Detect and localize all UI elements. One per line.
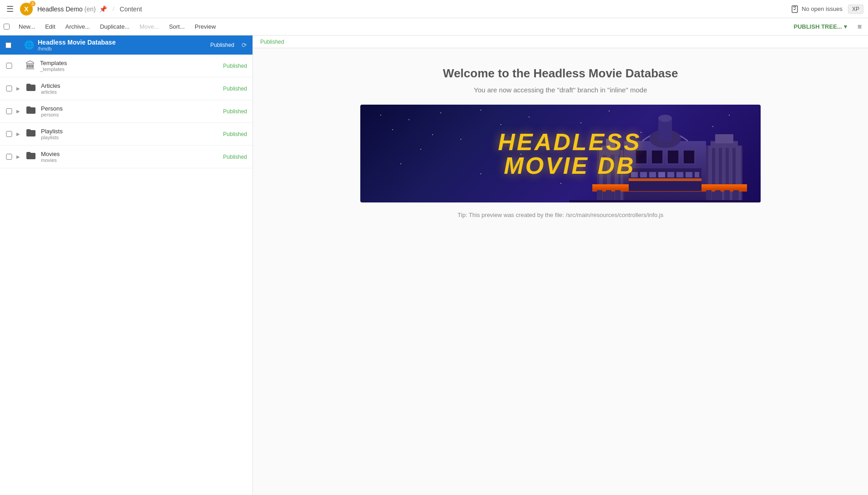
persons-title: Persons	[41, 105, 223, 112]
move-button: Move...	[135, 20, 164, 33]
toolbar-right: PUBLISH TREE... ▾ ≡	[788, 20, 864, 34]
svg-rect-2	[794, 5, 796, 7]
playlists-title: Playlists	[41, 128, 223, 135]
new-button[interactable]: New...	[14, 20, 40, 33]
svg-point-6	[658, 115, 672, 122]
persons-status: Published	[223, 108, 247, 115]
duplicate-button[interactable]: Duplicate...	[96, 20, 134, 33]
sidebar-item-templates[interactable]: 🏛 Templates _templates Published	[0, 55, 252, 77]
playlists-expand[interactable]: ▶	[16, 131, 24, 136]
svg-rect-36	[686, 172, 692, 177]
svg-rect-28	[683, 150, 695, 164]
playlists-info: Playlists playlists	[41, 128, 223, 140]
root-checkbox[interactable]	[5, 42, 11, 48]
persons-info: Persons persons	[41, 105, 223, 117]
templates-checkbox[interactable]	[5, 63, 13, 69]
nav-right: No open issues XP	[791, 5, 863, 14]
welcome-subtitle: You are now accessing the "draft" branch…	[474, 86, 647, 94]
playlists-folder-icon	[25, 127, 36, 141]
hero-title-line2: MOVIE DB	[498, 154, 641, 177]
sidebar: 🌐 Headless Movie Database /hmdb Publishe…	[0, 35, 253, 495]
persons-expand[interactable]: ▶	[16, 109, 24, 114]
articles-title: Articles	[41, 82, 223, 89]
nav-separator: /	[112, 5, 114, 12]
sidebar-root-item[interactable]: 🌐 Headless Movie Database /hmdb Publishe…	[0, 35, 252, 55]
templates-status: Published	[223, 63, 247, 69]
hero-title-line1: HEADLESS	[498, 130, 641, 154]
edit-button[interactable]: Edit	[40, 20, 60, 33]
movies-sub: movies	[41, 157, 223, 163]
hamburger-button[interactable]: ☰	[5, 2, 15, 16]
svg-rect-37	[695, 172, 699, 177]
tip-text: Tip: This preview was created by the fil…	[458, 212, 663, 218]
articles-folder-icon	[25, 82, 36, 96]
content-link[interactable]: Content	[120, 5, 142, 13]
movies-info: Movies movies	[41, 151, 223, 163]
welcome-title: Welcome to the Headless Movie Database	[443, 66, 678, 81]
articles-status: Published	[223, 86, 247, 92]
movies-status: Published	[223, 154, 247, 160]
movies-expand[interactable]: ▶	[16, 154, 24, 159]
templates-sub: _templates	[40, 66, 223, 72]
templates-title: Templates	[40, 60, 223, 66]
app-logo: X 3	[19, 2, 34, 16]
sidebar-item-persons[interactable]: ▶ Persons persons Published	[0, 100, 252, 123]
svg-rect-33	[658, 172, 665, 177]
publish-tree-button[interactable]: PUBLISH TREE... ▾	[788, 20, 852, 33]
preview-button[interactable]: Preview	[190, 20, 220, 33]
articles-checkbox[interactable]	[5, 86, 13, 91]
articles-sub: articles	[41, 89, 223, 95]
pin-icon: 📌	[99, 5, 107, 13]
playlists-status: Published	[223, 131, 247, 137]
main-layout: 🌐 Headless Movie Database /hmdb Publishe…	[0, 35, 868, 495]
svg-rect-22	[739, 146, 741, 202]
sidebar-item-movies[interactable]: ▶ Movies movies Published	[0, 146, 252, 168]
articles-info: Articles articles	[41, 82, 223, 95]
site-name: Headless Demo (en)	[37, 5, 96, 13]
sidebar-item-playlists[interactable]: ▶ Playlists playlists Published	[0, 123, 252, 146]
xp-badge[interactable]: XP	[848, 5, 863, 14]
svg-rect-27	[667, 150, 679, 164]
content-body: Welcome to the Headless Movie Database Y…	[253, 48, 868, 237]
app-badge: 3	[30, 1, 35, 6]
svg-rect-46	[570, 200, 761, 202]
movies-folder-icon	[25, 150, 36, 164]
hero-banner: HEADLESS MOVIE DB	[360, 105, 761, 202]
archive-button[interactable]: Archive...	[61, 20, 95, 33]
root-title: Headless Movie Database	[38, 39, 210, 46]
svg-rect-35	[676, 172, 683, 177]
temple-icon: 🏛	[25, 60, 35, 72]
persons-sub: persons	[41, 112, 223, 117]
movies-title: Movies	[41, 151, 223, 157]
persons-checkbox[interactable]	[5, 108, 13, 114]
no-issues: No open issues	[791, 5, 843, 13]
playlists-checkbox[interactable]	[5, 131, 13, 137]
svg-rect-26	[651, 150, 663, 164]
articles-expand[interactable]: ▶	[16, 86, 24, 91]
hero-text-container: HEADLESS MOVIE DB	[479, 130, 641, 177]
content-panel: Published Welcome to the Headless Movie …	[253, 35, 868, 495]
top-nav: ☰ X 3 Headless Demo (en) 📌 / Content No …	[0, 0, 868, 18]
sidebar-item-articles[interactable]: ▶ Articles articles Published	[0, 77, 252, 100]
svg-rect-34	[667, 172, 674, 177]
svg-rect-16	[715, 134, 733, 143]
svg-text:X: X	[24, 5, 29, 13]
clipboard-icon	[791, 5, 799, 13]
globe-icon: 🌐	[24, 40, 34, 50]
svg-rect-38	[629, 178, 701, 181]
templates-info: Templates _templates	[40, 60, 223, 72]
content-status-bar: Published	[253, 35, 868, 48]
persons-folder-icon	[25, 105, 36, 118]
svg-rect-32	[649, 172, 656, 177]
list-view-button[interactable]: ≡	[855, 20, 864, 34]
root-status: Published	[210, 42, 234, 48]
status-published-label: Published	[260, 39, 284, 45]
refresh-button[interactable]: ⟳	[242, 41, 247, 49]
playlists-sub: playlists	[41, 135, 223, 140]
root-sub: /hmdb	[38, 46, 210, 51]
action-toolbar: New... Edit Archive... Duplicate... Move…	[0, 18, 868, 35]
sort-button[interactable]: Sort...	[164, 20, 189, 33]
select-all-checkbox[interactable]	[4, 24, 10, 30]
movies-checkbox[interactable]	[5, 154, 13, 160]
